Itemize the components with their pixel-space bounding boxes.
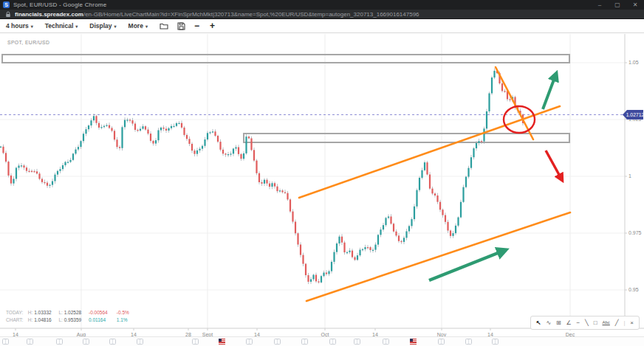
polyline-tool-icon[interactable]: ∿ xyxy=(546,316,551,329)
spreadex-favicon: S xyxy=(3,1,10,8)
today-percent: -0.5% xyxy=(117,309,129,316)
lock-icon xyxy=(5,11,11,18)
taskbar-app-icon[interactable] xyxy=(2,339,9,345)
rectangle-tool-icon[interactable]: □ xyxy=(594,316,597,329)
y-axis-label: 0.975 xyxy=(628,230,642,235)
url-text: financials.spreadex.com/en-GB/Home/LiveC… xyxy=(15,11,419,18)
today-change: -0.00564 xyxy=(89,309,115,316)
grid-tool-icon[interactable]: ⊞ xyxy=(556,316,561,329)
taskbar-app-icon[interactable] xyxy=(301,339,308,345)
toolbar-separator: | xyxy=(623,316,625,329)
taskbar-app-icon[interactable] xyxy=(56,339,63,345)
angle-trend-tool-icon[interactable]: ∠ xyxy=(566,316,572,329)
wedge-downtrend-line[interactable] xyxy=(496,67,533,139)
legend-row-today: TODAY: H: 1.03332 L: 1.02528 -0.00564 -0… xyxy=(6,309,129,316)
more-label: More xyxy=(129,22,143,30)
technical-label: Technical xyxy=(45,22,74,30)
display-dropdown[interactable]: Display ▾ xyxy=(89,22,116,30)
language-flag-icon[interactable] xyxy=(219,339,225,345)
y-axis-label: 0.95 xyxy=(628,287,639,292)
url-bar[interactable]: financials.spreadex.com/en-GB/Home/LiveC… xyxy=(0,10,644,19)
chart-high: 1.04816 xyxy=(34,316,52,324)
today-high: 1.03332 xyxy=(34,309,52,316)
text-tool-icon[interactable]: Abc xyxy=(603,316,610,329)
chart-percent: 1.1% xyxy=(117,316,128,324)
last-price-badge-text: 1.02712 xyxy=(626,112,644,117)
legend-label: TODAY: xyxy=(6,309,27,316)
taskbar-app-icon[interactable] xyxy=(492,339,499,345)
supply-zone-box[interactable] xyxy=(244,134,569,142)
taskbar-app-icon[interactable] xyxy=(438,339,445,345)
zoom-out-button[interactable]: − xyxy=(194,21,199,30)
taskbar xyxy=(0,336,644,346)
today-low: 1.02528 xyxy=(64,309,82,316)
ray-tool-icon[interactable]: ╱ xyxy=(615,316,619,329)
more-dropdown[interactable]: More ▾ xyxy=(129,22,148,30)
legend-label: CHART: xyxy=(6,316,27,324)
taskbar-app-icon[interactable] xyxy=(246,339,253,345)
minimize-button[interactable]: – xyxy=(591,0,609,10)
supply-zone-box[interactable] xyxy=(2,55,569,63)
close-button[interactable]: ✕ xyxy=(626,0,644,10)
legend-row-chart: CHART: H: 1.04816 L: 0.95359 0.01164 1.1… xyxy=(6,316,129,324)
folder-open-icon xyxy=(160,22,168,30)
chevron-down-icon: ▾ xyxy=(31,24,33,29)
url-path: /en-GB/Home/LiveChartMain?id=XFinSprMchM… xyxy=(83,11,419,18)
horizontal-line-tool-icon[interactable]: − xyxy=(577,316,580,329)
taskbar-app-icon[interactable] xyxy=(354,339,360,345)
taskbar-app-icon[interactable] xyxy=(383,339,389,345)
zoom-in-button[interactable]: + xyxy=(210,21,215,30)
taskbar-app-icon[interactable] xyxy=(27,339,33,345)
language-flag-icon[interactable] xyxy=(410,339,417,345)
symbol-label: SPOT, EUR/USD xyxy=(7,40,49,45)
taskbar-app-icon[interactable] xyxy=(83,339,89,345)
taskbar-app-icon[interactable] xyxy=(329,339,336,345)
taskbar-app-icon[interactable] xyxy=(137,339,143,345)
drawing-toolbar: ↖∿⊞∠−╲□Abc╱|× xyxy=(530,316,640,330)
save-floppy-icon xyxy=(177,22,185,30)
chart-toolbar: 4 hours ▾ Technical ▾ Display ▾ More ▾ −… xyxy=(0,19,644,32)
url-domain: financials.spreadex.com xyxy=(15,11,83,18)
ohlc-legend: TODAY: H: 1.03332 L: 1.02528 -0.00564 -0… xyxy=(6,309,129,323)
bullish-arrow-top[interactable] xyxy=(543,74,556,109)
maximize-button[interactable]: ▢ xyxy=(609,0,626,10)
open-chart-button[interactable] xyxy=(160,22,168,30)
save-chart-button[interactable] xyxy=(177,22,185,30)
taskbar-app-icon[interactable] xyxy=(274,339,281,345)
technical-dropdown[interactable]: Technical ▾ xyxy=(45,22,78,30)
trend-line-tool-icon[interactable]: ╲ xyxy=(585,316,589,329)
timeframe-label: 4 hours xyxy=(6,22,29,30)
window-titlebar: S Spot, EUR/USD - Google Chrome – ▢ ✕ xyxy=(0,0,644,10)
chevron-down-icon: ▾ xyxy=(145,24,148,29)
taskbar-app-icon[interactable] xyxy=(192,339,199,345)
chart-low: 0.95359 xyxy=(64,316,82,324)
channel-lower-trendline[interactable] xyxy=(306,212,570,301)
bearish-arrow[interactable] xyxy=(546,150,562,180)
y-axis-label: 1 xyxy=(628,173,631,179)
taskbar-app-icon[interactable] xyxy=(109,339,116,345)
chart-change: 0.01164 xyxy=(89,316,115,324)
price-chart-canvas[interactable]: 1.051.02510.9750.9514Aug1428Sept14Oct14N… xyxy=(0,33,644,337)
chevron-down-icon: ▾ xyxy=(114,24,117,29)
chart-region: 1.051.02510.9750.9514Aug1428Sept14Oct14N… xyxy=(0,32,644,336)
taskbar-app-icon[interactable] xyxy=(465,339,472,345)
cursor-tool-icon[interactable]: ↖ xyxy=(536,316,541,329)
chevron-down-icon: ▾ xyxy=(75,24,78,29)
y-axis-label: 1.05 xyxy=(628,60,639,65)
bullish-arrow-bottom[interactable] xyxy=(429,250,505,280)
window-title: Spot, EUR/USD - Google Chrome xyxy=(13,1,106,8)
close-toolbar-icon[interactable]: × xyxy=(630,316,634,329)
display-label: Display xyxy=(89,22,112,30)
timeframe-dropdown[interactable]: 4 hours ▾ xyxy=(6,22,33,30)
